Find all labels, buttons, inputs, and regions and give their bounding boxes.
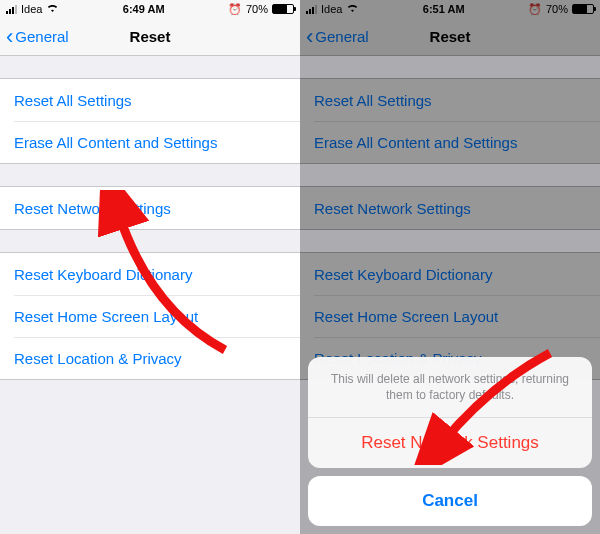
- row-reset-keyboard[interactable]: Reset Keyboard Dictionary: [0, 253, 300, 295]
- battery-icon: [272, 4, 294, 14]
- back-label: General: [15, 28, 68, 45]
- sheet-action-reset-network[interactable]: Reset Network Settings: [308, 418, 592, 468]
- clock-label: 6:49 AM: [123, 3, 165, 15]
- row-reset-network[interactable]: Reset Network Settings: [0, 187, 300, 229]
- screenshot-right: Idea 6:51 AM ⏰ 70% ‹ General Reset: [300, 0, 600, 534]
- row-label: Reset Location & Privacy: [14, 350, 182, 367]
- row-reset-home-screen[interactable]: Reset Home Screen Layout: [14, 295, 300, 337]
- row-label: Reset Home Screen Layout: [14, 308, 198, 325]
- signal-icon: [6, 5, 17, 14]
- status-bar: Idea 6:49 AM ⏰ 70%: [0, 0, 300, 18]
- battery-pct: 70%: [246, 3, 268, 15]
- row-label: Erase All Content and Settings: [14, 134, 217, 151]
- screenshot-left: Idea 6:49 AM ⏰ 70% ‹ General Reset: [0, 0, 300, 534]
- row-erase-all[interactable]: Erase All Content and Settings: [14, 121, 300, 163]
- action-sheet: This will delete all network settings, r…: [308, 357, 592, 526]
- nav-bar: ‹ General Reset: [0, 18, 300, 56]
- row-reset-location-privacy[interactable]: Reset Location & Privacy: [14, 337, 300, 379]
- row-label: Reset Keyboard Dictionary: [14, 266, 192, 283]
- chevron-left-icon: ‹: [6, 26, 13, 48]
- alarm-icon: ⏰: [228, 3, 242, 16]
- sheet-message: This will delete all network settings, r…: [308, 357, 592, 418]
- wifi-icon: [46, 3, 59, 15]
- back-button[interactable]: ‹ General: [0, 26, 69, 48]
- sheet-cancel-label: Cancel: [422, 491, 478, 511]
- settings-list: Reset All Settings Erase All Content and…: [0, 56, 300, 380]
- carrier-label: Idea: [21, 3, 42, 15]
- row-reset-all-settings[interactable]: Reset All Settings: [0, 79, 300, 121]
- row-label: Reset All Settings: [14, 92, 132, 109]
- sheet-cancel-button[interactable]: Cancel: [308, 476, 592, 526]
- row-label: Reset Network Settings: [14, 200, 171, 217]
- sheet-action-label: Reset Network Settings: [361, 433, 539, 453]
